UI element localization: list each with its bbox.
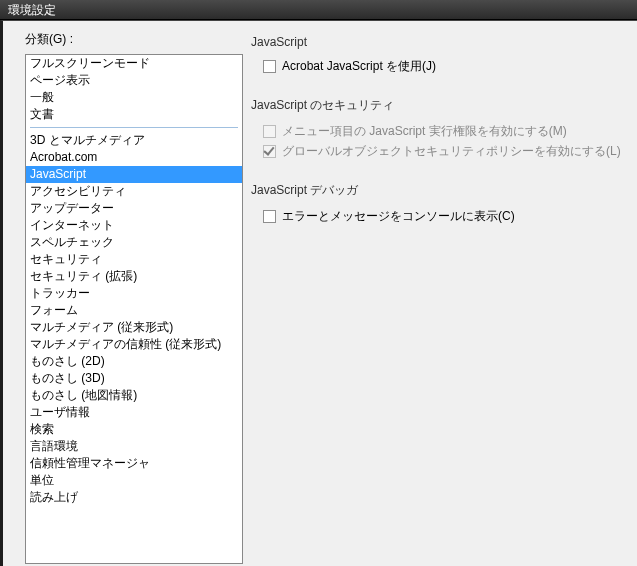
category-item[interactable]: アップデーター — [26, 200, 242, 217]
category-item[interactable]: トラッカー — [26, 285, 242, 302]
category-item[interactable]: 検索 — [26, 421, 242, 438]
category-item[interactable]: セキュリティ (拡張) — [26, 268, 242, 285]
category-item[interactable]: ものさし (2D) — [26, 353, 242, 370]
category-item[interactable]: 一般 — [26, 89, 242, 106]
category-item[interactable]: 単位 — [26, 472, 242, 489]
category-label: 分類(G) : — [25, 31, 235, 48]
settings-pane: JavaScript Acrobat JavaScript を使用(J) Jav… — [235, 31, 637, 566]
category-list[interactable]: フルスクリーンモードページ表示一般文書3D とマルチメディアAcrobat.co… — [25, 54, 243, 564]
category-item[interactable]: Acrobat.com — [26, 149, 242, 166]
global-policy-label: グローバルオブジェクトセキュリティポリシーを有効にする(L) — [282, 143, 621, 160]
category-item[interactable]: JavaScript — [26, 166, 242, 183]
window-titlebar: 環境設定 — [0, 0, 637, 20]
category-item[interactable]: ユーザ情報 — [26, 404, 242, 421]
enable-js-checkbox[interactable] — [263, 60, 276, 73]
category-item[interactable]: 言語環境 — [26, 438, 242, 455]
category-item[interactable]: ページ表示 — [26, 72, 242, 89]
category-item[interactable]: フルスクリーンモード — [26, 55, 242, 72]
category-item[interactable]: マルチメディア (従来形式) — [26, 319, 242, 336]
category-item[interactable]: スペルチェック — [26, 234, 242, 251]
category-item[interactable]: インターネット — [26, 217, 242, 234]
category-item[interactable]: セキュリティ — [26, 251, 242, 268]
category-item[interactable]: アクセシビリティ — [26, 183, 242, 200]
group-security: JavaScript のセキュリティ メニュー項目の JavaScript 実行… — [251, 97, 637, 160]
window-title: 環境設定 — [8, 3, 56, 17]
category-item[interactable]: 読み上げ — [26, 489, 242, 506]
category-divider — [30, 127, 238, 128]
group-debugger: JavaScript デバッガ エラーとメッセージをコンソールに表示(C) — [251, 182, 637, 225]
console-checkbox[interactable] — [263, 210, 276, 223]
category-item[interactable]: 信頼性管理マネージャ — [26, 455, 242, 472]
category-item[interactable]: ものさし (3D) — [26, 370, 242, 387]
console-label: エラーとメッセージをコンソールに表示(C) — [282, 208, 515, 225]
category-pane: 分類(G) : フルスクリーンモードページ表示一般文書3D とマルチメディアAc… — [3, 31, 235, 566]
category-item[interactable]: 文書 — [26, 106, 242, 123]
global-policy-row: グローバルオブジェクトセキュリティポリシーを有効にする(L) — [263, 142, 637, 160]
group-javascript-title: JavaScript — [251, 35, 637, 49]
enable-js-label: Acrobat JavaScript を使用(J) — [282, 58, 436, 75]
category-item[interactable]: フォーム — [26, 302, 242, 319]
console-row[interactable]: エラーとメッセージをコンソールに表示(C) — [263, 207, 637, 225]
menu-js-row: メニュー項目の JavaScript 実行権限を有効にする(M) — [263, 122, 637, 140]
window-body: 分類(G) : フルスクリーンモードページ表示一般文書3D とマルチメディアAc… — [0, 20, 637, 566]
category-item[interactable]: 3D とマルチメディア — [26, 132, 242, 149]
menu-js-label: メニュー項目の JavaScript 実行権限を有効にする(M) — [282, 123, 567, 140]
menu-js-checkbox — [263, 125, 276, 138]
category-item[interactable]: ものさし (地図情報) — [26, 387, 242, 404]
group-debugger-title: JavaScript デバッガ — [251, 182, 637, 199]
group-javascript: JavaScript Acrobat JavaScript を使用(J) — [251, 35, 637, 75]
global-policy-checkbox — [263, 145, 276, 158]
group-security-title: JavaScript のセキュリティ — [251, 97, 637, 114]
category-item[interactable]: マルチメディアの信頼性 (従来形式) — [26, 336, 242, 353]
enable-js-row[interactable]: Acrobat JavaScript を使用(J) — [263, 57, 637, 75]
